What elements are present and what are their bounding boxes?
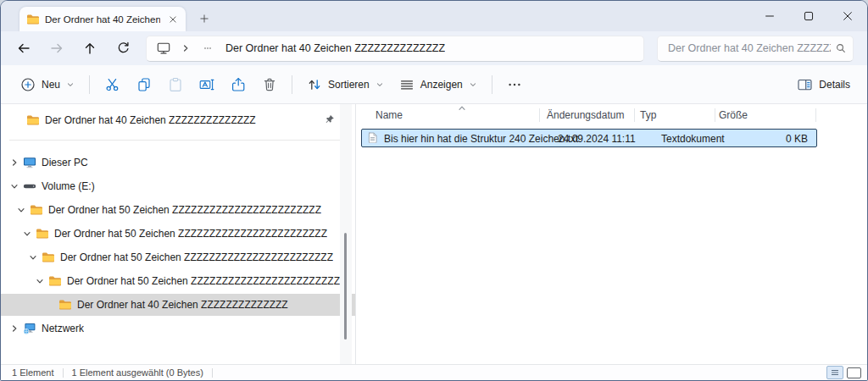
- explorer-tab[interactable]: Der Ordner hat 40 Zeichen ZZZZZZZZZZZZZZ: [19, 7, 186, 31]
- tree-item-label: Der Ordner hat 50 Zeichen ZZZZZZZZZZZZZZ…: [65, 275, 340, 287]
- chevron-down-icon[interactable]: [19, 225, 36, 242]
- file-name: Bis hier hin hat die Struktur 240 Zeiche…: [384, 133, 578, 145]
- column-divider[interactable]: [815, 108, 816, 122]
- column-divider[interactable]: [634, 108, 635, 122]
- share-button[interactable]: [222, 70, 253, 99]
- rename-button[interactable]: [191, 70, 222, 99]
- delete-button[interactable]: [253, 70, 285, 99]
- forward-button[interactable]: [42, 35, 71, 62]
- column-headers: Name Änderungsdatum Typ Größe: [356, 104, 867, 126]
- chevron-down-icon[interactable]: [13, 202, 30, 218]
- refresh-button[interactable]: [108, 35, 137, 62]
- tree-item-label: Der Ordner hat 50 Zeichen ZZZZZZZZZZZZZZ…: [58, 251, 333, 263]
- new-button-label: Neu: [42, 79, 60, 91]
- close-button[interactable]: [828, 1, 867, 30]
- file-type: Textdokument: [661, 133, 725, 145]
- sidebar-divider: [9, 140, 347, 141]
- tab-close-button[interactable]: [165, 12, 181, 27]
- pinned-item-folder-40[interactable]: Der Ordner hat 40 Zeichen ZZZZZZZZZZZZZZ: [1, 109, 355, 131]
- chevron-right-icon[interactable]: [6, 320, 23, 337]
- new-tab-button[interactable]: [194, 9, 214, 28]
- statusbar-divider: [63, 368, 64, 378]
- view-toggles: [826, 366, 861, 379]
- folder-icon: [26, 13, 40, 26]
- column-header-size[interactable]: Größe: [719, 109, 748, 121]
- details-view-toggle[interactable]: [826, 366, 843, 379]
- status-bar: 1 Element 1 Element ausgewählt (0 Bytes): [1, 364, 867, 380]
- column-divider[interactable]: [539, 108, 540, 122]
- navigation-pane: Der Ordner hat 40 Zeichen ZZZZZZZZZZZZZZ…: [1, 104, 355, 364]
- chevron-down-icon[interactable]: [31, 273, 48, 290]
- view-button-label: Anzeigen: [420, 79, 463, 91]
- selection-info: 1 Element ausgewählt (0 Bytes): [72, 367, 203, 378]
- address-bar[interactable]: Der Ordner hat 40 Zeichen ZZZZZZZZZZZZZZ: [146, 36, 644, 62]
- tree-item-folder-50-level1[interactable]: Der Ordner hat 50 Zeichen ZZZZZZZZZZZZZZ…: [1, 198, 355, 222]
- search-input[interactable]: Der Ordner hat 40 Zeichen ZZZZZZZZZZZZZZ: [668, 42, 831, 54]
- minimize-button[interactable]: [750, 1, 789, 30]
- folder-icon: [48, 274, 65, 288]
- file-list-pane[interactable]: Name Änderungsdatum Typ Größe Bis hier h…: [355, 104, 867, 364]
- sidebar-scrollbar-thumb[interactable]: [344, 233, 347, 340]
- column-header-date[interactable]: Änderungsdatum: [547, 109, 624, 121]
- tree-item-label: Der Ordner hat 40 Zeichen ZZZZZZZZZZZZZZ: [75, 299, 288, 311]
- tree-item-folder-40-selected[interactable]: Der Ordner hat 40 Zeichen ZZZZZZZZZZZZZZ: [1, 294, 355, 316]
- pin-icon: [325, 114, 335, 124]
- chevron-right-icon[interactable]: [6, 154, 23, 171]
- copy-button[interactable]: [128, 70, 159, 99]
- back-button[interactable]: [9, 35, 38, 62]
- search-box[interactable]: Der Ordner hat 40 Zeichen ZZZZZZZZZZZZZZ: [657, 36, 854, 62]
- tree-item-label: Der Ordner hat 50 Zeichen ZZZZZZZZZZZZZZ…: [53, 228, 327, 240]
- file-explorer-window: Der Ordner hat 40 Zeichen ZZZZZZZZZZZZZZ…: [0, 0, 868, 381]
- details-panel-icon: [798, 78, 813, 91]
- folder-icon: [30, 203, 47, 217]
- chevron-right-icon[interactable]: [181, 44, 190, 52]
- more-options-button[interactable]: [499, 70, 531, 99]
- tree-item-dieser-pc[interactable]: Dieser PC: [1, 151, 355, 174]
- drive-icon: [23, 183, 40, 190]
- column-header-type[interactable]: Typ: [640, 109, 656, 121]
- cut-button[interactable]: [97, 70, 128, 99]
- tree-item-netzwerk[interactable]: Netzwerk: [1, 317, 355, 340]
- statusbar-divider: [212, 368, 213, 378]
- tree-item-volume-e[interactable]: Volume (E:): [1, 174, 355, 198]
- tree-item-folder-50-level4[interactable]: Der Ordner hat 50 Zeichen ZZZZZZZZZZZZZZ…: [1, 269, 355, 293]
- pinned-item-label: Der Ordner hat 40 Zeichen ZZZZZZZZZZZZZZ: [43, 114, 256, 126]
- window-controls: [750, 1, 867, 30]
- paste-button[interactable]: [159, 70, 191, 99]
- breadcrumb-overflow-icon[interactable]: [201, 44, 214, 52]
- breadcrumb-current-folder[interactable]: Der Ordner hat 40 Zeichen ZZZZZZZZZZZZZZ: [225, 42, 445, 54]
- chevron-down-icon: [66, 80, 75, 89]
- file-row-selected[interactable]: Bis hier hin hat die Struktur 240 Zeiche…: [361, 129, 817, 147]
- details-pane-button[interactable]: Details: [793, 70, 855, 99]
- sort-button-label: Sortieren: [328, 79, 370, 91]
- new-button[interactable]: Neu: [13, 70, 82, 99]
- chevron-down-icon[interactable]: [6, 178, 23, 195]
- titlebar[interactable]: Der Ordner hat 40 Zeichen ZZZZZZZZZZZZZZ: [1, 1, 867, 31]
- chevron-down-icon[interactable]: [25, 249, 42, 266]
- sort-button[interactable]: Sortieren: [299, 70, 392, 99]
- tree-item-folder-50-level3[interactable]: Der Ordner hat 50 Zeichen ZZZZZZZZZZZZZZ…: [1, 246, 355, 269]
- column-header-name[interactable]: Name: [376, 109, 403, 121]
- column-divider[interactable]: [715, 108, 715, 122]
- file-size: 0 KB: [786, 133, 808, 145]
- chevron-down-icon: [469, 80, 477, 89]
- details-pane-label: Details: [819, 79, 850, 91]
- sort-ascending-icon[interactable]: [458, 104, 466, 113]
- maximize-button[interactable]: [789, 1, 828, 30]
- command-toolbar: Neu Sortieren Anzeigen Details: [1, 65, 867, 104]
- navigation-bar: Der Ordner hat 40 Zeichen ZZZZZZZZZZZZZZ…: [1, 31, 867, 65]
- toolbar-divider: [492, 75, 492, 94]
- tree-item-folder-50-level2[interactable]: Der Ordner hat 50 Zeichen ZZZZZZZZZZZZZZ…: [1, 222, 355, 246]
- view-button[interactable]: Anzeigen: [392, 70, 485, 99]
- item-count: 1 Element: [12, 367, 54, 378]
- folder-icon: [58, 298, 75, 312]
- thumbnails-view-toggle[interactable]: [847, 367, 861, 378]
- file-date: 24.09.2024 11:11: [558, 133, 636, 145]
- toolbar-divider: [89, 75, 90, 94]
- sort-arrows-icon: [307, 77, 322, 92]
- folder-icon: [36, 227, 53, 240]
- search-icon[interactable]: [836, 43, 846, 53]
- view-lines-icon: [399, 77, 415, 92]
- up-button[interactable]: [75, 35, 104, 62]
- folder-icon: [26, 113, 43, 127]
